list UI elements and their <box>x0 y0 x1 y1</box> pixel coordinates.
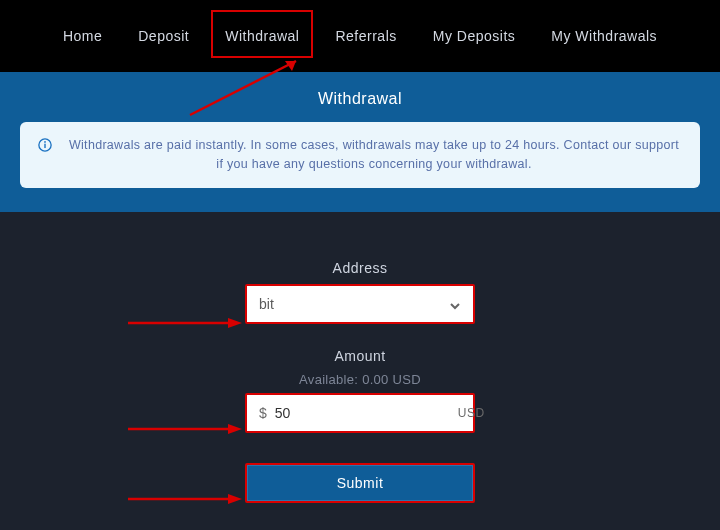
nav-withdrawal[interactable]: Withdrawal <box>221 20 303 52</box>
nav-home[interactable]: Home <box>59 20 106 52</box>
submit-button[interactable]: Submit <box>247 465 473 501</box>
svg-rect-2 <box>44 144 45 148</box>
chevron-down-icon <box>449 298 461 310</box>
nav-deposit[interactable]: Deposit <box>134 20 193 52</box>
info-icon <box>38 138 52 155</box>
amount-label: Amount <box>334 348 385 364</box>
svg-point-1 <box>44 141 46 143</box>
amount-field-wrap: $ USD <box>245 393 475 433</box>
address-label: Address <box>333 260 388 276</box>
notice-text: Withdrawals are paid instantly. In some … <box>66 136 682 174</box>
nav-referrals[interactable]: Referrals <box>331 20 400 52</box>
withdrawal-form: Address bit Amount Available: 0.00 USD $… <box>0 212 720 503</box>
page-banner: Withdrawal Withdrawals are paid instantl… <box>0 72 720 212</box>
page-title: Withdrawal <box>20 90 700 108</box>
currency-prefix: $ <box>259 405 267 421</box>
amount-input[interactable] <box>275 405 450 421</box>
currency-suffix: USD <box>458 406 485 420</box>
address-selected-value: bit <box>259 296 274 312</box>
top-nav: Home Deposit Withdrawal Referrals My Dep… <box>0 0 720 72</box>
available-balance: Available: 0.00 USD <box>299 372 421 387</box>
address-select[interactable]: bit <box>245 284 475 324</box>
notice-box: Withdrawals are paid instantly. In some … <box>20 122 700 188</box>
nav-my-withdrawals[interactable]: My Withdrawals <box>547 20 661 52</box>
annotation-highlight-submit: Submit <box>245 463 475 503</box>
nav-my-deposits[interactable]: My Deposits <box>429 20 520 52</box>
